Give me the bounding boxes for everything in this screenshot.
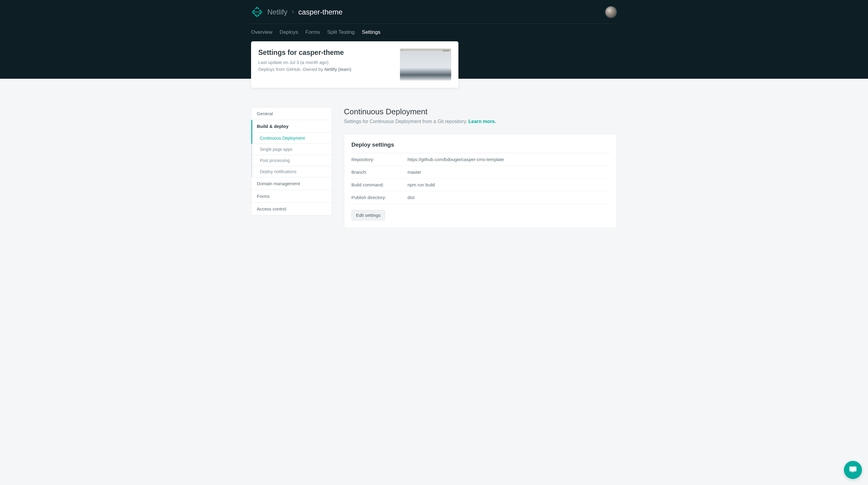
- setting-label: Branch:: [351, 170, 407, 175]
- tab-deploys[interactable]: Deploys: [280, 24, 298, 41]
- section-description: Settings for Continuous Deployment from …: [344, 119, 617, 124]
- setting-value: https://github.com/bdougie/casper-cms-te…: [407, 157, 504, 162]
- setting-row-branch: Branch: master: [351, 166, 610, 178]
- setting-value: dist: [407, 195, 414, 200]
- page-title: Settings for casper-theme: [258, 49, 393, 57]
- sidebar-item-access-control[interactable]: Access control: [251, 203, 332, 215]
- breadcrumb: Netlify casper-theme: [251, 6, 342, 18]
- svg-marker-4: [259, 12, 262, 15]
- site-thumbnail[interactable]: [400, 49, 451, 81]
- sidebar-sub-single-page-apps[interactable]: Single page apps: [251, 144, 332, 155]
- deploy-settings-panel: Deploy settings Repository: https://gith…: [344, 134, 617, 228]
- svg-marker-8: [255, 11, 259, 13]
- setting-value: master: [407, 170, 421, 175]
- sidebar-item-build-deploy[interactable]: Build & deploy: [251, 120, 332, 133]
- last-update-text: Last update on Jul 3 (a month ago): [258, 60, 393, 65]
- svg-marker-1: [254, 7, 257, 10]
- svg-marker-6: [257, 15, 260, 18]
- breadcrumb-root[interactable]: Netlify: [267, 8, 287, 16]
- sidebar-sub-continuous-deployment[interactable]: Continuous Deployment: [251, 133, 332, 144]
- learn-more-link[interactable]: Learn more.: [468, 119, 496, 124]
- settings-sidebar: General Build & deploy Continuous Deploy…: [251, 107, 332, 216]
- avatar[interactable]: [605, 6, 617, 18]
- netlify-logo-icon[interactable]: [251, 6, 263, 18]
- owner-link[interactable]: Netlify (team): [324, 67, 351, 72]
- github-link[interactable]: GitHub: [286, 67, 301, 72]
- tab-forms[interactable]: Forms: [305, 24, 320, 41]
- breadcrumb-current: casper-theme: [299, 8, 343, 16]
- svg-marker-2: [259, 10, 262, 12]
- tab-overview[interactable]: Overview: [251, 24, 273, 41]
- chevron-right-icon: [292, 10, 294, 15]
- section-title: Continuous Deployment: [344, 107, 617, 116]
- setting-row-publish-directory: Publish directory: dist: [351, 191, 610, 204]
- panel-title: Deploy settings: [351, 141, 610, 153]
- tabs: Overview Deploys Forms Split Testing Set…: [251, 24, 617, 41]
- setting-value: npm run build: [407, 182, 435, 187]
- deploy-source-text: Deploys from GitHub. Owned by Netlify (t…: [258, 67, 393, 72]
- tab-settings[interactable]: Settings: [362, 24, 380, 41]
- sidebar-item-domain-management[interactable]: Domain management: [251, 177, 332, 190]
- sidebar-sub-deploy-notifications[interactable]: Deploy notifications: [251, 166, 332, 177]
- setting-row-repository: Repository: https://github.com/bdougie/c…: [351, 153, 610, 166]
- svg-marker-7: [254, 15, 257, 18]
- tab-split-testing[interactable]: Split Testing: [327, 24, 354, 41]
- edit-settings-button[interactable]: Edit settings: [351, 210, 385, 221]
- site-summary-card: Settings for casper-theme Last update on…: [251, 41, 458, 88]
- sidebar-sub-post-processing[interactable]: Post processing: [251, 155, 332, 166]
- setting-label: Repository:: [351, 157, 407, 162]
- sidebar-item-forms[interactable]: Forms: [251, 190, 332, 203]
- svg-marker-3: [252, 10, 255, 12]
- svg-marker-0: [257, 7, 260, 10]
- setting-row-build-command: Build command: npm run build: [351, 178, 610, 191]
- setting-label: Publish directory:: [351, 195, 407, 200]
- sidebar-item-general[interactable]: General: [251, 107, 332, 120]
- svg-marker-5: [252, 12, 255, 15]
- setting-label: Build command:: [351, 182, 407, 187]
